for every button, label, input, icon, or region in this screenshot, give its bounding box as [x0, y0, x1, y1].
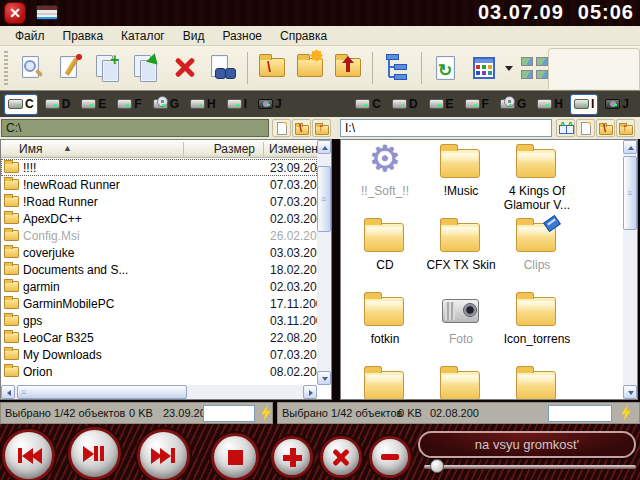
scroll-thumb[interactable] — [623, 156, 637, 230]
delete-cross-button[interactable] — [166, 49, 204, 87]
tree-view-button[interactable] — [378, 49, 416, 87]
sync-dirs-icon[interactable]: ^ ^ — [556, 119, 575, 137]
new-folder-button[interactable] — [291, 49, 329, 87]
drive-button-left-g[interactable]: G — [149, 94, 183, 115]
grid-item[interactable]: CD — [347, 218, 423, 272]
drive-button-left-e[interactable]: E — [77, 94, 110, 115]
quick-filter-input[interactable] — [203, 405, 255, 422]
close-button[interactable]: ✕ — [4, 2, 26, 24]
file-row[interactable]: !Road Runner07.03.200 — [1, 193, 317, 210]
file-row[interactable]: GarminMobilePC17.11.200 — [1, 295, 317, 312]
file-row[interactable]: garmin02.03.200 — [1, 278, 317, 295]
column-divider[interactable] — [263, 142, 264, 156]
menu-item-4[interactable]: Вид — [174, 27, 214, 45]
drive-button-right-e[interactable]: E — [425, 94, 458, 115]
view-mode-dropdown-arrow[interactable] — [503, 49, 515, 87]
right-vertical-scrollbar[interactable] — [623, 140, 637, 399]
scroll-thumb[interactable] — [17, 385, 187, 399]
scroll-down-button[interactable] — [623, 385, 637, 399]
scroll-thumb[interactable] — [317, 166, 331, 232]
drive-button-right-g[interactable]: G — [496, 94, 530, 115]
left-vertical-scrollbar[interactable] — [317, 140, 331, 385]
next-track-button[interactable] — [137, 429, 190, 480]
file-row[interactable]: LeoCar B32522.08.200 — [1, 329, 317, 346]
copy-files-button[interactable]: + — [90, 49, 128, 87]
menu-item-3[interactable]: Каталог — [112, 27, 174, 45]
parent-folder-button[interactable] — [329, 49, 367, 87]
column-header-size[interactable]: Размер — [214, 142, 255, 156]
scroll-up-button[interactable] — [623, 140, 637, 154]
file-row[interactable]: coverjuke03.03.200 — [1, 244, 317, 261]
mute-button[interactable] — [320, 436, 362, 478]
scroll-up-button[interactable] — [317, 140, 331, 154]
root-dir-icon[interactable]: \ — [292, 119, 311, 137]
volume-down-button[interactable] — [369, 436, 411, 478]
grid-item[interactable] — [423, 366, 499, 399]
drive-button-right-i[interactable]: I — [570, 94, 598, 115]
drive-button-right-f[interactable]: F — [461, 94, 493, 115]
file-row[interactable]: Config.Msi26.02.200 — [1, 227, 317, 244]
grid-item[interactable]: Foto — [423, 292, 499, 346]
volume-up-button[interactable] — [271, 436, 313, 478]
parent-dir-icon[interactable]: ↑ — [616, 119, 635, 137]
menu-item-2[interactable]: Правка — [54, 27, 113, 45]
root-folder-button[interactable]: \ — [253, 49, 291, 87]
right-path-bar[interactable]: I:\ — [340, 119, 552, 137]
drive-button-left-i[interactable]: I — [223, 94, 251, 115]
scroll-left-button[interactable] — [1, 385, 15, 399]
volume-slider-knob[interactable] — [430, 459, 444, 473]
file-row[interactable]: !!!!23.09.200 — [1, 159, 317, 176]
grid-item[interactable]: CFX TX Skin — [423, 218, 499, 272]
drive-button-left-c[interactable]: C — [4, 94, 38, 115]
menu-item-6[interactable]: Справка — [271, 27, 336, 45]
drive-button-right-h[interactable]: H — [533, 94, 567, 115]
grid-item[interactable]: fotkin — [347, 292, 423, 346]
move-files-button[interactable] — [128, 49, 166, 87]
volume-slider-track[interactable] — [424, 465, 636, 469]
drive-button-left-h[interactable]: H — [186, 94, 220, 115]
drive-button-left-f[interactable]: F — [113, 94, 145, 115]
parent-dir-icon[interactable]: ↑ — [312, 119, 331, 137]
pack-files-button[interactable] — [204, 49, 242, 87]
grid-item[interactable]: Clips — [499, 218, 575, 272]
file-row[interactable]: Documents and S...18.02.200 — [1, 261, 317, 278]
left-horizontal-scrollbar[interactable] — [1, 385, 317, 399]
file-row[interactable]: !newRoad Runner07.03.200 — [1, 176, 317, 193]
view-mode-button[interactable] — [465, 49, 503, 87]
view-magnifier-button[interactable] — [14, 49, 52, 87]
drive-button-right-c[interactable]: C — [351, 94, 385, 115]
grid-item[interactable]: !Music — [423, 144, 499, 198]
refresh-panel-button[interactable]: ↻ — [427, 49, 465, 87]
thumbnails-view-button[interactable] — [515, 49, 553, 87]
file-row[interactable]: Orion08.02.200 — [1, 363, 317, 380]
column-header-date[interactable]: Изменен — [269, 142, 318, 156]
file-row[interactable]: ApexDC++02.03.200 — [1, 210, 317, 227]
grid-item[interactable] — [347, 366, 423, 399]
grid-item[interactable]: Icon_torrens — [499, 292, 575, 346]
column-header-name[interactable]: Имя — [19, 142, 42, 156]
edit-pencil-button[interactable] — [52, 49, 90, 87]
previous-track-button[interactable] — [2, 429, 55, 480]
drive-button-left-d[interactable]: D — [41, 94, 75, 115]
filter-lightning-icon[interactable] — [618, 405, 634, 422]
grid-item[interactable] — [499, 366, 575, 399]
root-dir-icon[interactable]: \ — [596, 119, 615, 137]
stop-button[interactable] — [211, 433, 259, 480]
scroll-down-button[interactable] — [317, 371, 331, 385]
left-path-bar[interactable]: C:\ — [1, 119, 269, 137]
new-file-icon[interactable] — [576, 119, 595, 137]
grid-item[interactable]: ⚙!!_Soft_!! — [347, 144, 423, 198]
drive-button-right-j[interactable]: J — [601, 94, 633, 115]
file-row[interactable]: gps03.11.200 — [1, 312, 317, 329]
file-row[interactable]: My Downloads07.03.200 — [1, 346, 317, 363]
play-pause-button[interactable] — [68, 427, 121, 480]
scroll-right-button[interactable] — [303, 385, 317, 399]
drive-button-left-j[interactable]: J — [254, 94, 286, 115]
new-file-icon[interactable] — [272, 119, 291, 137]
toolbar-grip[interactable] — [4, 51, 8, 85]
quick-filter-input[interactable] — [548, 405, 612, 422]
menu-item-5[interactable]: Разное — [213, 27, 271, 45]
filter-lightning-icon[interactable] — [258, 405, 274, 422]
column-divider[interactable] — [183, 142, 184, 156]
minimize-button[interactable] — [36, 5, 58, 20]
